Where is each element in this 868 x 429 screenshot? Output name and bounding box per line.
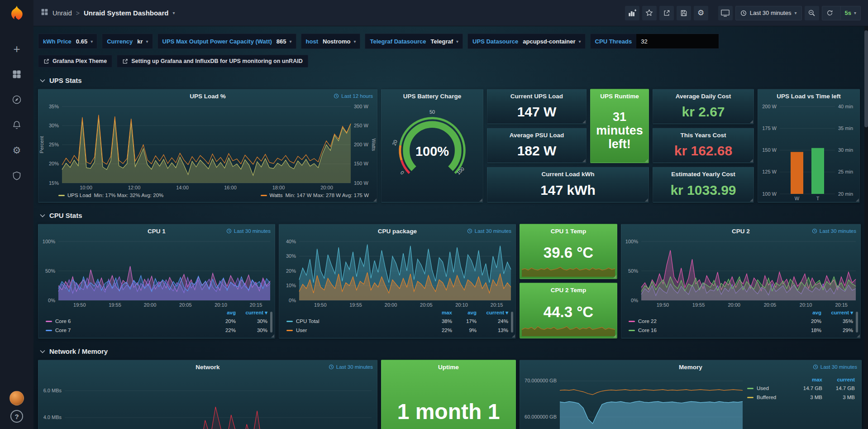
svg-text:W: W <box>795 196 800 201</box>
alerting-bell-icon[interactable] <box>7 116 27 134</box>
variable-ups-datasource[interactable]: UPS Datasource apcupsd-container ▾ <box>467 34 585 49</box>
tv-mode-button[interactable] <box>718 6 733 20</box>
section-header-ups-stats[interactable]: UPS Stats <box>40 77 862 84</box>
series-swatch <box>46 330 52 331</box>
panel-title[interactable]: Network <box>196 364 219 371</box>
svg-text:300 W: 300 W <box>354 104 368 109</box>
cpu-package-chart[interactable]: 40%30%20%10%0%19:5019:5520:0020:0520:102… <box>279 238 515 308</box>
help-icon[interactable]: ? <box>10 410 23 423</box>
legend-scrollbar[interactable] <box>270 312 272 333</box>
variable-currency[interactable]: Currency kr ▾ <box>102 34 153 49</box>
breadcrumb-org[interactable]: Unraid <box>52 10 72 17</box>
section-header-network-memory[interactable]: Network / Memory <box>40 347 862 355</box>
cpu-threads-input[interactable] <box>636 34 719 48</box>
panel-title[interactable]: UPS Battery Charge <box>403 93 461 100</box>
configuration-gear-icon[interactable]: ⚙ <box>7 141 27 159</box>
cpu1-chart[interactable]: 100%50%0%19:5019:5520:0020:0520:1020:15 <box>38 238 275 308</box>
time-range-picker[interactable]: Last 30 minutes ▾ <box>735 6 802 20</box>
panel-title[interactable]: Average PSU Load <box>510 132 564 139</box>
legend-series[interactable]: Core 7 <box>46 328 209 333</box>
refresh-interval-picker[interactable]: 5s ▾ <box>840 6 861 20</box>
variable-telegraf-datasource[interactable]: Telegraf Datasource Telegraf ▾ <box>365 34 463 49</box>
stat-value: 182 W <box>487 142 586 163</box>
legend-sort-max[interactable]: max <box>425 310 452 315</box>
legend-sort-current[interactable]: current <box>822 377 855 382</box>
legend-sort-avg[interactable]: avg <box>209 310 236 315</box>
add-panel-button[interactable] <box>625 6 639 20</box>
legend-scrollbar[interactable] <box>856 312 858 333</box>
legend-row: Buffered 3 MB 3 MB <box>747 393 855 402</box>
section-header-cpu-stats[interactable]: CPU Stats <box>40 212 862 219</box>
settings-gear-button[interactable]: ⚙ <box>694 6 708 20</box>
dashboard-title[interactable]: Unraid System Dashboard <box>84 9 169 17</box>
zoom-out-button[interactable] <box>805 6 819 20</box>
legend-series[interactable]: Buffered <box>747 395 790 400</box>
panel-title[interactable]: CPU 1 Temp <box>551 228 587 235</box>
panel-title[interactable]: UPS Runtime <box>600 93 639 100</box>
legend-series[interactable]: Core 6 <box>46 318 209 324</box>
memory-chart[interactable]: 70.000000 GB60.000000 GB50.000000 GB <box>520 374 747 429</box>
link-ups-monitoring-guide[interactable]: Setting up Grafana and InfluxDB for UPS … <box>117 55 308 67</box>
refresh-button[interactable] <box>822 6 837 20</box>
legend-sort-avg[interactable]: avg <box>794 310 821 315</box>
legend-sort-current[interactable]: current ▾ <box>236 309 267 316</box>
dashboards-icon[interactable] <box>7 65 27 83</box>
user-avatar[interactable] <box>10 391 24 405</box>
panel-estimated-yearly-cost: Estimated Yearly Cost kr 1033.99 <box>653 167 754 202</box>
panel-title[interactable]: CPU 2 Temp <box>551 287 587 294</box>
panel-title[interactable]: Average Daily Cost <box>676 93 731 100</box>
scrollbar-thumb[interactable] <box>864 30 868 127</box>
legend-series[interactable]: User <box>286 328 425 333</box>
variable-kwh-price[interactable]: kWh Price 0.65 ▾ <box>38 34 97 49</box>
panel-title[interactable]: Current Load kWh <box>542 171 595 178</box>
panel-title[interactable]: UPS Load vs Time left <box>777 93 841 100</box>
cpu2-chart[interactable]: 100%50%0%19:5019:5520:0020:0520:1020:15 <box>621 238 860 308</box>
legend-sort-max[interactable]: max <box>790 377 822 382</box>
legend-series[interactable]: Core 22 <box>629 318 794 324</box>
chevron-down-icon[interactable]: ▾ <box>172 10 175 15</box>
variable-ups-max-output[interactable]: UPS Max Output Power Capacity (Watt) 865… <box>157 34 296 49</box>
legend-series[interactable]: Used <box>747 386 790 391</box>
legend-scrollbar[interactable] <box>511 312 513 333</box>
cpu1-legend: avg current ▾ Core 6 20% 30% Core 7 22% … <box>38 308 275 338</box>
legend-series[interactable]: Core 16 <box>629 328 794 333</box>
network-chart[interactable]: 6.0 MBs4.0 MBs2.0 MBs <box>38 374 377 429</box>
create-icon[interactable]: + <box>7 40 27 58</box>
star-button[interactable] <box>642 6 657 20</box>
ups-load-chart[interactable]: 35%30%25%20%15%300 W250 W200 W150 W100 W… <box>38 103 377 191</box>
svg-text:20:10: 20:10 <box>455 302 468 308</box>
panel-title[interactable]: This Years Cost <box>680 132 726 139</box>
panel-title[interactable]: Memory <box>679 364 702 371</box>
server-admin-shield-icon[interactable] <box>7 167 27 185</box>
panel-title[interactable]: UPS Load % <box>190 93 226 100</box>
save-button[interactable] <box>677 6 691 20</box>
svg-text:175 W: 175 W <box>762 125 777 131</box>
ups-load-vs-time-chart[interactable]: 200 W175 W150 W125 W100 W40 min35 min30 … <box>758 103 859 202</box>
svg-text:4.0 MBs: 4.0 MBs <box>43 415 62 420</box>
external-link-icon <box>122 58 128 64</box>
sidebar: + ⚙ ? <box>0 0 33 429</box>
legend-series-ups-load[interactable]: UPS Load Min: 17% Max: 32% Avg: 20% <box>58 193 163 198</box>
legend-sort-current[interactable]: current ▾ <box>477 309 508 316</box>
legend-sort-current[interactable]: current ▾ <box>821 309 853 316</box>
legend-sort-avg[interactable]: avg <box>452 310 477 315</box>
panel-title[interactable]: CPU 1 <box>148 228 166 235</box>
legend-series-watts[interactable]: Watts Min: 147 W Max: 278 W Avg: 175 W <box>261 193 369 198</box>
variable-host[interactable]: host Nostromo ▾ <box>301 34 361 49</box>
svg-text:20:05: 20:05 <box>420 302 433 308</box>
panel-title[interactable]: Current UPS Load <box>510 93 563 100</box>
explore-icon[interactable] <box>7 91 27 109</box>
panel-title[interactable]: CPU package <box>378 228 417 235</box>
grafana-logo[interactable] <box>8 5 26 23</box>
chevron-down-icon: ▾ <box>353 39 360 44</box>
link-grafana-plex-theme[interactable]: Grafana Plex Theme <box>38 55 112 67</box>
svg-text:30 min: 30 min <box>838 147 853 153</box>
refresh-controls: 5s ▾ <box>822 6 861 20</box>
panel-title[interactable]: CPU 2 <box>732 228 750 235</box>
grafana-app: + ⚙ ? Unraid > Unraid System Dash <box>0 0 868 429</box>
legend-series[interactable]: CPU Total <box>286 318 425 324</box>
panel-title[interactable]: Estimated Yearly Cost <box>671 171 735 178</box>
share-button[interactable] <box>659 6 674 20</box>
series-swatch <box>261 195 267 196</box>
panel-title[interactable]: Uptime <box>438 364 459 371</box>
